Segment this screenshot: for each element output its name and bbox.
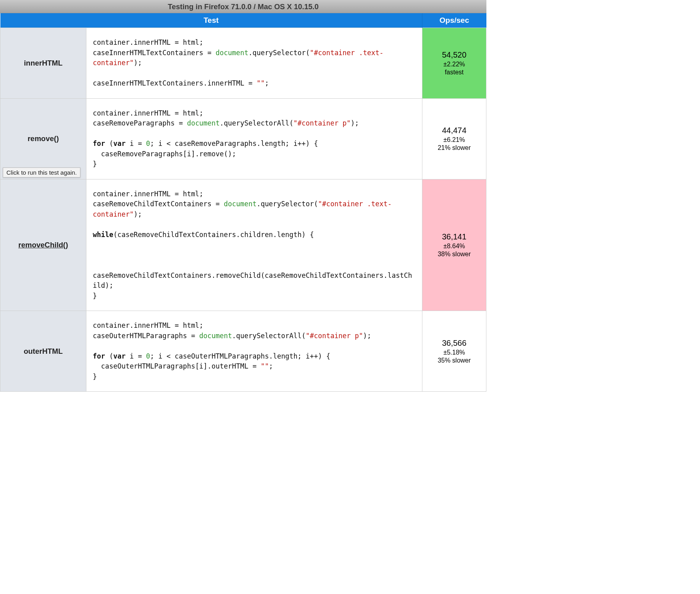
- table-header-row: Test Ops/sec: [0, 13, 486, 28]
- table-row: removeChild()Click to run this test agai…: [0, 179, 486, 311]
- ops-cell: 54,520±2.22%fastest: [422, 28, 486, 99]
- ops-label: fastest: [422, 69, 486, 76]
- results-table: Test Ops/sec innerHTMLcontainer.innerHTM…: [0, 13, 486, 392]
- test-name-cell[interactable]: removeChild()Click to run this test agai…: [0, 179, 86, 311]
- test-name-label: outerHTML: [24, 347, 63, 355]
- ops-label: 21% slower: [422, 144, 486, 151]
- code-block: container.innerHTML = html; caseOuterHTM…: [93, 321, 416, 382]
- test-name-label: innerHTML: [24, 59, 63, 67]
- col-header-ops: Ops/sec: [422, 13, 486, 28]
- ops-error: ±2.22%: [422, 61, 486, 69]
- ops-label: 38% slower: [422, 251, 486, 258]
- table-row: outerHTMLcontainer.innerHTML = html; cas…: [0, 311, 486, 392]
- col-header-test: Test: [0, 13, 422, 28]
- ops-error: ±5.18%: [422, 349, 486, 357]
- ops-value: 44,474: [422, 126, 486, 136]
- code-block: container.innerHTML = html; caseInnerHTM…: [93, 38, 416, 89]
- window-titlebar: Testing in Firefox 71.0.0 / Mac OS X 10.…: [0, 0, 486, 13]
- ops-value: 36,141: [422, 232, 486, 243]
- table-row: innerHTMLcontainer.innerHTML = html; cas…: [0, 28, 486, 99]
- ops-cell: 44,474±6.21%21% slower: [422, 98, 486, 179]
- ops-cell: 36,141±8.64%38% slower: [422, 179, 486, 311]
- code-cell: container.innerHTML = html; caseRemovePa…: [86, 98, 422, 179]
- ops-error: ±8.64%: [422, 243, 486, 251]
- code-block: container.innerHTML = html; caseRemovePa…: [93, 108, 416, 169]
- ops-error: ±6.21%: [422, 136, 486, 144]
- ops-label: 35% slower: [422, 357, 486, 364]
- code-cell: container.innerHTML = html; caseInnerHTM…: [86, 28, 422, 99]
- ops-cell: 36,566±5.18%35% slower: [422, 311, 486, 392]
- tooltip: Click to run this test again.: [3, 167, 80, 177]
- code-block: container.innerHTML = html; caseRemoveCh…: [93, 189, 416, 301]
- code-cell: container.innerHTML = html; caseOuterHTM…: [86, 311, 422, 392]
- test-name-label: remove(): [28, 134, 59, 143]
- ops-value: 54,520: [422, 50, 486, 61]
- test-name-cell[interactable]: outerHTML: [0, 311, 86, 392]
- code-cell: container.innerHTML = html; caseRemoveCh…: [86, 179, 422, 311]
- test-name-cell[interactable]: innerHTML: [0, 28, 86, 99]
- test-name-label: removeChild(): [18, 241, 68, 249]
- ops-value: 36,566: [422, 339, 486, 349]
